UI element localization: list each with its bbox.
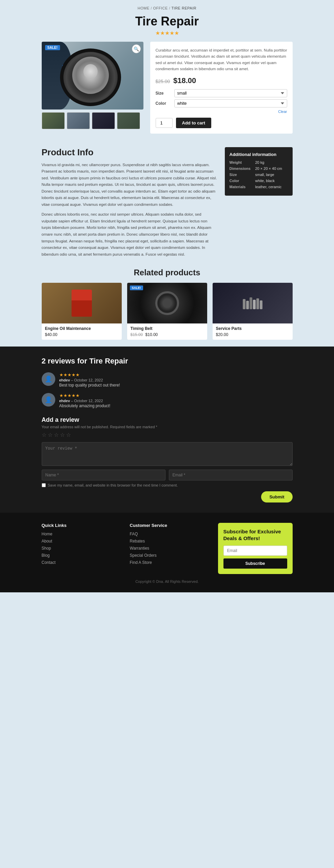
main-product-image — [42, 42, 143, 110]
info-size: Size small, large — [230, 173, 288, 177]
quick-links-title: Quick Links — [42, 523, 123, 528]
related-product-1-name: Engine Oil Maintenance — [45, 326, 118, 331]
product-options: Size small medium large Color white blac… — [156, 89, 287, 114]
related-product-2-name: Timing Belt — [131, 326, 204, 331]
add-review-form: Add a review Your email address will not… — [42, 416, 293, 502]
add-to-cart-button[interactable]: Add to cart — [176, 118, 212, 128]
related-product-1-body: Engine Oil Maintenance $40.00 — [42, 323, 122, 340]
subscribe-button[interactable]: Subscribe — [223, 558, 287, 569]
customer-service-title: Customer Service — [130, 523, 211, 528]
related-product-3-image — [213, 283, 293, 323]
color-label: Color — [156, 101, 171, 106]
thumbnail-3[interactable] — [92, 112, 115, 129]
related-product-2[interactable]: SALE! Timing Belt $15.00 $10.00 — [127, 283, 207, 340]
price-row: $25.00 $18.00 — [156, 76, 287, 85]
info-color: Color white, black — [230, 179, 288, 183]
review-textarea[interactable] — [42, 442, 293, 466]
info-materials: Materials leather, ceramic — [230, 185, 288, 189]
footer-customer-service: Customer Service FAQ Rebates Warranties … — [130, 523, 211, 567]
cs-warranties[interactable]: Warranties — [130, 546, 211, 551]
review-1-meta: ehdev – October 12, 2022 — [59, 378, 293, 382]
related-product-3-price: $20.00 — [216, 332, 289, 337]
rating-select[interactable]: ☆ ☆ ☆ ☆ ☆ — [42, 432, 293, 438]
submit-button[interactable]: Submit — [261, 491, 292, 502]
info-table: Weight 20 kg Dimensions 20 × 20 × 40 cm … — [230, 160, 288, 189]
footer-subscribe: Subscribe for Exclusive Deals & Offers! … — [218, 523, 293, 574]
cs-find-store[interactable]: Find A Store — [130, 560, 211, 565]
related-product-3[interactable]: Service Parts $20.00 — [213, 283, 293, 340]
sale-badge-2: SALE! — [130, 285, 143, 290]
clear-link[interactable]: Clear — [156, 110, 287, 114]
related-product-2-price: $15.00 $10.00 — [131, 332, 204, 337]
add-review-title: Add a review — [42, 416, 293, 423]
cs-faq[interactable]: FAQ — [130, 531, 211, 536]
cs-special-orders[interactable]: Special Orders — [130, 553, 211, 558]
review-2-text: Absolutely amazing product! — [59, 403, 293, 408]
cs-rebates[interactable]: Rebates — [130, 538, 211, 544]
quick-link-blog[interactable]: Blog — [42, 553, 123, 558]
star-5[interactable]: ☆ — [66, 432, 71, 438]
review-2-meta: ehdev – October 12, 2022 — [59, 399, 293, 403]
related-product-2-body: Timing Belt $15.00 $10.00 — [127, 323, 207, 340]
quick-link-home[interactable]: Home — [42, 531, 123, 536]
review-checkbox[interactable] — [42, 483, 46, 487]
sale-badge: SALE! — [45, 45, 60, 50]
star-2[interactable]: ☆ — [48, 432, 53, 438]
review-checkbox-row: Save my name, email, and website in this… — [42, 483, 293, 487]
review-email-input[interactable] — [169, 470, 293, 480]
quick-links-list: Home About Shop Blog Contact — [42, 531, 123, 565]
quick-link-shop[interactable]: Shop — [42, 546, 123, 551]
info-dimensions: Dimensions 20 × 20 × 40 cm — [230, 166, 288, 171]
thumbnail-2[interactable] — [67, 112, 90, 129]
review-1-body: ★★★★★ ehdev – October 12, 2022 Best top … — [59, 372, 293, 388]
reviewer-2-avatar: 👤 — [42, 393, 55, 407]
thumbnail-row — [42, 112, 143, 129]
info-weight: Weight 20 kg — [230, 160, 288, 164]
product-details: Curabitur arcu erat, accumsan id imperdi… — [150, 42, 293, 134]
quick-link-contact[interactable]: Contact — [42, 560, 123, 565]
quick-link-about[interactable]: About — [42, 538, 123, 544]
size-select[interactable]: small medium large — [174, 89, 287, 97]
color-option-row: Color white black — [156, 99, 287, 107]
review-note: Your email address will not be published… — [42, 425, 293, 429]
star-4[interactable]: ☆ — [60, 432, 65, 438]
footer-inner: Quick Links Home About Shop Blog Contact… — [35, 523, 299, 574]
size-option-row: Size small medium large — [156, 89, 287, 97]
star-3[interactable]: ☆ — [54, 432, 59, 438]
related-product-1[interactable]: Engine Oil Maintenance $40.00 — [42, 283, 122, 340]
footer-quick-links: Quick Links Home About Shop Blog Contact — [42, 523, 123, 567]
main-image-wrapper: SALE! 🔍 — [42, 42, 143, 110]
product-info-text-1: Vivamus id gravida mi, nec ullamcorper p… — [42, 162, 218, 208]
breadcrumb: HOME / OFFICE / TIRE REPAIR — [0, 0, 334, 12]
product-info-text-2: Donec ultrices lobortis eros, nec auctor… — [42, 211, 218, 258]
reviews-section: 2 reviews for Tire Repair 👤 ★★★★★ ehdev … — [0, 347, 334, 513]
related-product-2-image: SALE! — [127, 283, 207, 323]
review-1-text: Best top quality product out there! — [59, 383, 293, 388]
product-info-left: Product Info Vivamus id gravida mi, nec … — [42, 147, 218, 261]
review-2-stars: ★★★★★ — [59, 393, 293, 398]
review-item-1: 👤 ★★★★★ ehdev – October 12, 2022 Best to… — [42, 372, 293, 388]
product-images: SALE! 🔍 — [42, 42, 143, 134]
thumbnail-4[interactable] — [117, 112, 140, 129]
quantity-input[interactable] — [156, 118, 173, 128]
star-1[interactable]: ☆ — [42, 432, 46, 438]
reviewer-1-avatar: 👤 — [42, 372, 55, 386]
related-product-1-price: $40.00 — [45, 332, 118, 337]
related-title: Related products — [42, 268, 293, 277]
sale-price: $18.00 — [173, 76, 196, 85]
related-grid: Engine Oil Maintenance $40.00 SALE! Timi… — [42, 283, 293, 340]
subscribe-title: Subscribe for Exclusive Deals & Offers! — [223, 528, 287, 541]
add-to-cart-row: Add to cart — [156, 118, 287, 128]
color-select[interactable]: white black — [174, 99, 287, 107]
reviews-title: 2 reviews for Tire Repair — [42, 357, 293, 366]
original-price: $25.00 — [156, 79, 170, 84]
review-checkbox-label: Save my name, email, and website in this… — [48, 483, 178, 487]
subscribe-email-input[interactable] — [223, 546, 287, 556]
thumbnail-1[interactable] — [42, 112, 65, 129]
zoom-icon[interactable]: 🔍 — [132, 44, 141, 53]
related-product-3-name: Service Parts — [216, 326, 289, 331]
review-name-input[interactable] — [42, 470, 165, 480]
submit-row: Submit — [42, 491, 293, 502]
footer: Quick Links Home About Shop Blog Contact… — [0, 513, 334, 592]
review-2-body: ★★★★★ ehdev – October 12, 2022 Absolutel… — [59, 393, 293, 408]
